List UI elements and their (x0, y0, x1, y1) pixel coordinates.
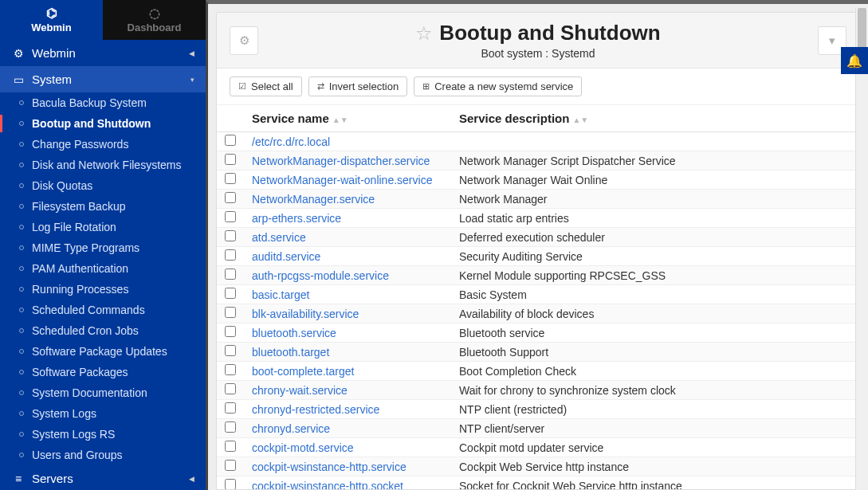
sidebar-item[interactable]: MIME Type Programs (0, 237, 206, 258)
service-description: Wait for chrony to synchronize system cl… (451, 381, 859, 400)
service-link[interactable]: cockpit-wsinstance-http.socket (252, 480, 403, 490)
nav-section-webmin[interactable]: ⚙ Webmin ◀ (0, 40, 206, 66)
row-checkbox[interactable] (225, 154, 236, 165)
service-link[interactable]: basic.target (252, 288, 309, 301)
sidebar-item-label: Filesystem Backup (32, 200, 125, 213)
row-checkbox[interactable] (225, 421, 236, 433)
row-checkbox[interactable] (225, 364, 236, 375)
sidebar-item[interactable]: Log File Rotation (0, 217, 206, 237)
tab-webmin-label: Webmin (31, 22, 71, 33)
service-description: Cockpit Web Service http instance (451, 457, 859, 476)
dot-icon (19, 121, 24, 126)
sidebar-item[interactable]: Disk and Network Filesystems (0, 155, 206, 175)
service-link[interactable]: chrony-wait.service (252, 384, 348, 397)
sidebar-item-label: MIME Type Programs (32, 241, 139, 254)
sidebar-item[interactable]: PAM Authentication (0, 258, 206, 279)
row-checkbox[interactable] (225, 135, 236, 146)
sidebar-item[interactable]: Bacula Backup System (0, 92, 206, 113)
tab-dashboard[interactable]: ◌ Dashboard (103, 0, 206, 40)
sidebar-item[interactable]: Scheduled Commands (0, 300, 206, 320)
sidebar-item[interactable]: Scheduled Cron Jobs (0, 320, 206, 341)
settings-button[interactable]: ⚙ (230, 26, 258, 55)
col-service-desc[interactable]: Service description▲▼ (451, 105, 859, 132)
row-checkbox[interactable] (225, 192, 236, 203)
star-icon[interactable]: ☆ (415, 22, 433, 45)
sort-icon: ▲▼ (572, 116, 588, 124)
service-description: Socket for Cockpit Web Service http inst… (451, 476, 859, 490)
table-wrap[interactable]: Service name▲▼ Service description▲▼ /et… (217, 105, 859, 489)
sidebar-item[interactable]: Filesystem Backup (0, 196, 206, 217)
service-link[interactable]: arp-ethers.service (252, 212, 341, 225)
col-label: Service name (252, 112, 329, 125)
sidebar-item[interactable]: Running Processes (0, 279, 206, 300)
service-link[interactable]: boot-complete.target (252, 365, 354, 378)
sidebar-item[interactable]: System Logs RS (0, 424, 206, 445)
row-checkbox[interactable] (225, 460, 236, 471)
sidebar-item[interactable]: Bootup and Shutdown (0, 113, 206, 134)
sidebar-item[interactable]: System Logs (0, 403, 206, 424)
table-row: cockpit-motd.serviceCockpit motd updater… (217, 438, 859, 457)
nav-section-system[interactable]: ▭ System ▾ (0, 66, 206, 92)
row-checkbox[interactable] (225, 230, 236, 241)
row-checkbox[interactable] (225, 288, 236, 299)
col-service-name[interactable]: Service name▲▼ (244, 105, 451, 132)
sidebar-item-label: Log File Rotation (32, 221, 116, 233)
service-link[interactable]: auth-rpcgss-module.service (252, 269, 389, 282)
service-link[interactable]: bluetooth.target (252, 346, 329, 359)
create-service-button[interactable]: ⊞Create a new systemd service (414, 76, 582, 96)
main: ⚙ ☆ Bootup and Shutdown Boot system : Sy… (206, 0, 868, 490)
col-checkbox (217, 105, 244, 132)
table-row: cockpit-wsinstance-http.serviceCockpit W… (217, 457, 859, 476)
service-description: Basic System (451, 285, 859, 304)
row-checkbox[interactable] (225, 479, 236, 489)
service-description: Load static arp entries (451, 209, 859, 228)
sidebar-item[interactable]: Change Passwords (0, 134, 206, 155)
row-checkbox[interactable] (225, 269, 236, 280)
service-link[interactable]: bluetooth.service (252, 327, 336, 339)
row-checkbox[interactable] (225, 326, 236, 337)
sort-icon: ▲▼ (332, 116, 348, 124)
row-checkbox[interactable] (225, 383, 236, 394)
service-description: Deferred execution scheduler (451, 228, 859, 247)
sidebar-item-label: Software Packages (32, 366, 128, 378)
sidebar-item[interactable]: System Documentation (0, 382, 206, 403)
plus-icon: ⊞ (422, 81, 430, 92)
row-checkbox[interactable] (225, 173, 236, 184)
dot-icon (19, 390, 24, 395)
service-link[interactable]: chronyd-restricted.service (252, 403, 379, 416)
service-link[interactable]: atd.service (252, 231, 306, 244)
sidebar-item[interactable]: Software Packages (0, 362, 206, 382)
service-link[interactable]: NetworkManager.service (252, 193, 375, 206)
nav-section-servers[interactable]: ≡ Servers ◀ (0, 465, 206, 490)
invert-icon: ⇄ (317, 81, 324, 92)
table-row: bluetooth.targetBluetooth Support (217, 343, 859, 362)
service-link[interactable]: auditd.service (252, 250, 320, 263)
service-link[interactable]: NetworkManager-dispatcher.service (252, 155, 430, 167)
notifications-button[interactable]: 🔔 (841, 47, 868, 74)
row-checkbox[interactable] (225, 211, 236, 222)
scrollbar[interactable] (855, 8, 868, 490)
row-checkbox[interactable] (225, 345, 236, 356)
service-link[interactable]: /etc/rc.d/rc.local (252, 135, 330, 148)
sidebar-item[interactable]: Users and Groups (0, 445, 206, 465)
dot-icon (19, 453, 24, 457)
service-description: Network Manager Wait Online (451, 171, 859, 190)
main-panel: ⚙ ☆ Bootup and Shutdown Boot system : Sy… (216, 12, 860, 490)
row-checkbox[interactable] (225, 402, 236, 414)
invert-selection-button[interactable]: ⇄Invert selection (308, 76, 407, 96)
row-checkbox[interactable] (225, 441, 236, 452)
select-all-button[interactable]: ☑Select all (230, 76, 302, 96)
service-link[interactable]: cockpit-wsinstance-http.service (252, 461, 407, 473)
table-row: NetworkManager-dispatcher.serviceNetwork… (217, 151, 859, 171)
tab-webmin[interactable]: ⌬ Webmin (0, 0, 103, 40)
service-link[interactable]: cockpit-motd.service (252, 441, 354, 454)
service-link[interactable]: chronyd.service (252, 422, 330, 435)
nav-section-label: Servers (32, 472, 189, 485)
dashboard-icon: ◌ (149, 7, 160, 20)
sidebar-item[interactable]: Software Package Updates (0, 341, 206, 362)
row-checkbox[interactable] (225, 307, 236, 318)
service-link[interactable]: NetworkManager-wait-online.service (252, 174, 432, 186)
sidebar-item[interactable]: Disk Quotas (0, 175, 206, 196)
service-link[interactable]: blk-availability.service (252, 308, 359, 320)
row-checkbox[interactable] (225, 249, 236, 261)
